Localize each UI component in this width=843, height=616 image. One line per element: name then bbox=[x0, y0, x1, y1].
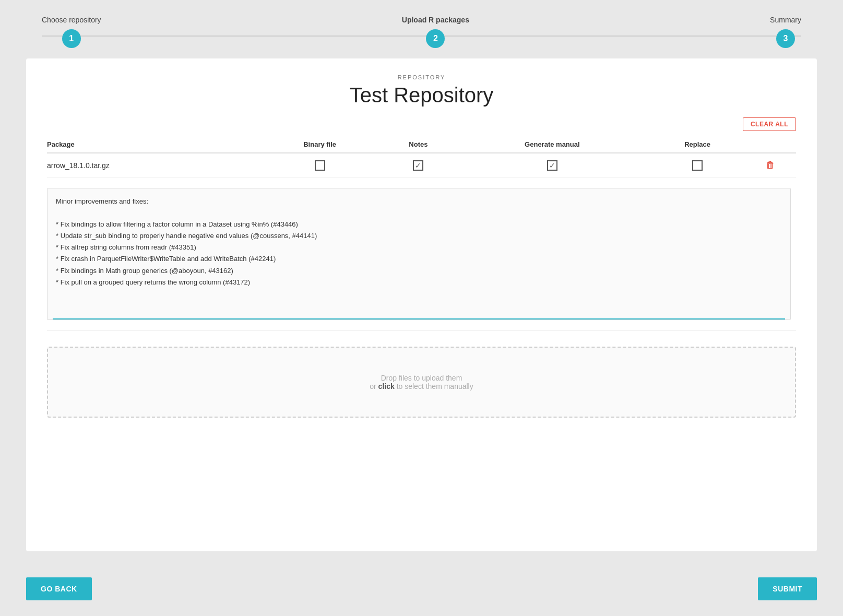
table-header-row: Package Binary file Notes Generate manua… bbox=[47, 136, 796, 153]
stepper: Choose repository 1 Upload R packages 2 … bbox=[0, 0, 843, 58]
step-3-circle: 3 bbox=[776, 29, 795, 48]
col-replace: Replace bbox=[650, 136, 750, 153]
generate-manual-checkbox[interactable] bbox=[547, 160, 557, 171]
notes-cell[interactable] bbox=[383, 153, 459, 177]
col-package: Package bbox=[47, 136, 262, 153]
drop-zone-or: or bbox=[370, 382, 378, 390]
table-row: arrow_18.1.0.tar.gz 🗑 bbox=[47, 153, 796, 177]
col-generate-manual: Generate manual bbox=[459, 136, 651, 153]
package-name: arrow_18.1.0.tar.gz bbox=[47, 153, 262, 177]
step-1: Choose repository 1 bbox=[42, 16, 101, 48]
step-1-number: 1 bbox=[69, 34, 74, 43]
repo-label: REPOSITORY bbox=[47, 74, 796, 80]
binary-file-cell[interactable] bbox=[262, 153, 383, 177]
repo-title: Test Repository bbox=[47, 84, 796, 107]
drop-zone-main-text: Drop files to upload them bbox=[58, 374, 785, 382]
notes-bottom-line bbox=[53, 318, 785, 319]
step-1-circle: 1 bbox=[62, 29, 81, 48]
footer: GO BACK SUBMIT bbox=[0, 567, 843, 616]
step-1-label: Choose repository bbox=[42, 16, 101, 24]
replace-cell[interactable] bbox=[650, 153, 750, 177]
repo-header: REPOSITORY Test Repository bbox=[47, 74, 796, 107]
step-2: Upload R packages 2 bbox=[402, 16, 469, 48]
step-2-number: 2 bbox=[433, 34, 438, 43]
col-notes: Notes bbox=[383, 136, 459, 153]
notes-textarea[interactable]: Minor improvements and fixes: * Fix bind… bbox=[56, 196, 782, 311]
step-3-label: Summary bbox=[770, 16, 801, 24]
binary-file-checkbox[interactable] bbox=[315, 160, 325, 171]
drop-zone[interactable]: Drop files to upload them or click to se… bbox=[47, 347, 796, 418]
step-3: Summary 3 bbox=[770, 16, 801, 48]
package-table: Package Binary file Notes Generate manua… bbox=[47, 136, 796, 331]
step-2-circle: 2 bbox=[426, 29, 445, 48]
step-3-number: 3 bbox=[783, 34, 788, 43]
notes-wrapper: Minor improvements and fixes: * Fix bind… bbox=[47, 188, 791, 320]
drop-zone-manual: to select them manually bbox=[395, 382, 473, 390]
notes-checkbox[interactable] bbox=[413, 160, 423, 171]
replace-checkbox[interactable] bbox=[692, 160, 703, 171]
go-back-button[interactable]: GO BACK bbox=[26, 577, 92, 600]
submit-button[interactable]: SUBMIT bbox=[758, 577, 817, 600]
delete-cell[interactable]: 🗑 bbox=[750, 153, 796, 177]
clear-all-button[interactable]: CLEAR ALL bbox=[743, 117, 796, 131]
clear-all-row: CLEAR ALL bbox=[47, 117, 796, 131]
notes-textarea-cell: Minor improvements and fixes: * Fix bind… bbox=[47, 177, 796, 331]
drop-zone-sub-text: or click to select them manually bbox=[58, 382, 785, 390]
notes-row: Minor improvements and fixes: * Fix bind… bbox=[47, 177, 796, 331]
main-card: REPOSITORY Test Repository CLEAR ALL Pac… bbox=[26, 58, 817, 551]
generate-manual-cell[interactable] bbox=[459, 153, 651, 177]
col-delete bbox=[750, 136, 796, 153]
step-2-label: Upload R packages bbox=[402, 16, 469, 24]
col-binary-file: Binary file bbox=[262, 136, 383, 153]
drop-zone-click[interactable]: click bbox=[378, 382, 395, 390]
delete-button[interactable]: 🗑 bbox=[766, 160, 775, 171]
